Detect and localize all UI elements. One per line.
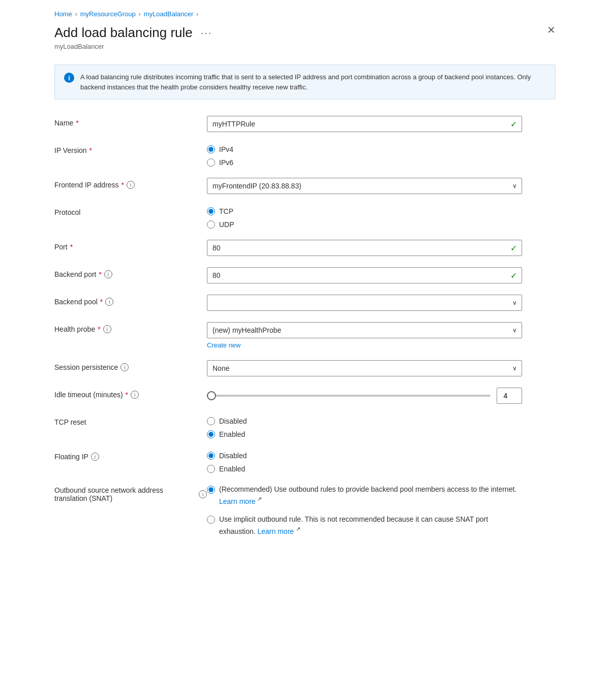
tcp-reset-enabled-radio[interactable] <box>207 430 215 438</box>
backend-pool-info-icon[interactable]: i <box>105 298 113 306</box>
session-persistence-select[interactable]: None Client IP Client IP and protocol <box>207 360 522 376</box>
name-control: ✓ <box>207 116 522 132</box>
snat-info-icon[interactable]: i <box>199 490 207 498</box>
session-persistence-label: Session persistence i <box>54 360 207 371</box>
breadcrumb-sep-3: › <box>196 11 198 18</box>
port-control: ✓ <box>207 240 522 256</box>
session-persistence-info-icon[interactable]: i <box>120 363 129 371</box>
floating-ip-info-icon[interactable]: i <box>91 453 99 461</box>
backend-port-valid-icon: ✓ <box>510 271 517 280</box>
ip-version-ipv6-option[interactable]: IPv6 <box>207 158 522 167</box>
floating-ip-disabled-label: Disabled <box>219 452 247 460</box>
breadcrumb-sep-2: › <box>139 11 141 18</box>
name-input[interactable] <box>207 116 522 132</box>
ip-version-row: IP Version * IPv4 IPv6 <box>54 143 556 167</box>
floating-ip-enabled-label: Enabled <box>219 465 245 473</box>
backend-port-row: Backend port * i ✓ <box>54 267 556 283</box>
breadcrumb-load-balancer[interactable]: myLoadBalancer <box>144 10 194 18</box>
port-row: Port * ✓ <box>54 240 556 256</box>
protocol-tcp-label: TCP <box>219 207 233 215</box>
tcp-reset-row: TCP reset Disabled Enabled <box>54 415 556 438</box>
snat-recommended-option: (Recommended) Use outbound rules to prov… <box>207 484 522 507</box>
snat-recommended-learn-more-link[interactable]: Learn more <box>219 497 256 505</box>
snat-implicit-ext-icon: ↗ <box>296 526 300 532</box>
protocol-tcp-option[interactable]: TCP <box>207 207 522 215</box>
tcp-reset-enabled-option[interactable]: Enabled <box>207 430 522 438</box>
idle-timeout-required: * <box>126 391 128 399</box>
idle-timeout-value-input[interactable] <box>497 388 522 404</box>
idle-timeout-control <box>207 388 522 404</box>
idle-timeout-slider-row <box>207 388 522 404</box>
backend-pool-row: Backend pool * i ∨ <box>54 295 556 311</box>
panel-subtitle: myLoadBalancer <box>54 43 556 50</box>
tcp-reset-radio-group: Disabled Enabled <box>207 415 522 438</box>
ip-version-ipv6-radio[interactable] <box>207 158 215 167</box>
port-label: Port * <box>54 240 207 251</box>
protocol-radio-group: TCP UDP <box>207 205 522 229</box>
health-probe-select[interactable]: (new) myHealthProbe <box>207 322 522 338</box>
tcp-reset-disabled-option[interactable]: Disabled <box>207 417 522 425</box>
breadcrumb-home[interactable]: Home <box>54 10 72 18</box>
health-probe-create-new-link[interactable]: Create new <box>207 341 240 349</box>
protocol-udp-radio[interactable] <box>207 220 215 229</box>
health-probe-select-wrapper: (new) myHealthProbe ∨ <box>207 322 522 338</box>
panel-header: Add load balancing rule ··· ✕ <box>54 25 556 41</box>
name-input-wrapper: ✓ <box>207 116 522 132</box>
idle-timeout-info-icon[interactable]: i <box>131 391 139 399</box>
backend-pool-control: ∨ <box>207 295 522 311</box>
port-required: * <box>70 243 73 251</box>
idle-timeout-label: Idle timeout (minutes) * i <box>54 388 207 399</box>
floating-ip-disabled-option[interactable]: Disabled <box>207 452 522 460</box>
backend-port-input[interactable] <box>207 267 522 283</box>
backend-pool-select[interactable] <box>207 295 522 311</box>
frontend-ip-select-wrapper: myFrontendIP (20.83.88.83) ∨ <box>207 178 522 194</box>
port-valid-icon: ✓ <box>510 243 517 253</box>
snat-implicit-learn-more-link[interactable]: Learn more <box>258 527 294 535</box>
protocol-udp-option[interactable]: UDP <box>207 220 522 229</box>
health-probe-required: * <box>98 325 100 333</box>
tcp-reset-disabled-label: Disabled <box>219 417 247 425</box>
frontend-ip-select[interactable]: myFrontendIP (20.83.88.83) <box>207 178 522 194</box>
snat-recommended-radio[interactable] <box>207 486 215 494</box>
protocol-label: Protocol <box>54 205 207 216</box>
snat-implicit-option: Use implicit outbound rule. This is not … <box>207 514 522 537</box>
snat-recommended-text: (Recommended) Use outbound rules to prov… <box>219 484 522 507</box>
ip-version-ipv4-label: IPv4 <box>219 145 233 153</box>
floating-ip-control: Disabled Enabled <box>207 450 522 473</box>
snat-recommended-ext-icon: ↗ <box>257 496 262 502</box>
idle-timeout-slider[interactable] <box>207 395 491 397</box>
close-button[interactable]: ✕ <box>547 25 556 35</box>
floating-ip-enabled-radio[interactable] <box>207 465 215 473</box>
protocol-control: TCP UDP <box>207 205 522 229</box>
port-input[interactable] <box>207 240 522 256</box>
frontend-ip-info-icon[interactable]: i <box>127 181 135 189</box>
health-probe-info-icon[interactable]: i <box>103 325 111 333</box>
backend-pool-required: * <box>100 298 103 306</box>
protocol-tcp-radio[interactable] <box>207 207 215 215</box>
health-probe-row: Health probe * i (new) myHealthProbe ∨ C… <box>54 322 556 349</box>
backend-port-control: ✓ <box>207 267 522 283</box>
frontend-ip-label: Frontend IP address * i <box>54 178 207 189</box>
backend-port-info-icon[interactable]: i <box>104 270 112 278</box>
health-probe-control: (new) myHealthProbe ∨ Create new <box>207 322 522 349</box>
ip-version-required: * <box>89 146 92 154</box>
floating-ip-label: Floating IP i <box>54 450 207 461</box>
tcp-reset-enabled-label: Enabled <box>219 430 245 438</box>
backend-port-required: * <box>99 270 102 278</box>
backend-pool-select-wrapper: ∨ <box>207 295 522 311</box>
breadcrumb: Home › myResourceGroup › myLoadBalancer … <box>54 10 556 18</box>
ip-version-ipv4-option[interactable]: IPv4 <box>207 145 522 153</box>
info-banner: i A load balancing rule distributes inco… <box>54 65 556 100</box>
snat-implicit-radio[interactable] <box>207 516 215 524</box>
frontend-ip-row: Frontend IP address * i myFrontendIP (20… <box>54 178 556 194</box>
tcp-reset-disabled-radio[interactable] <box>207 417 215 425</box>
floating-ip-disabled-radio[interactable] <box>207 452 215 460</box>
ip-version-ipv4-radio[interactable] <box>207 145 215 153</box>
session-persistence-select-wrapper: None Client IP Client IP and protocol ∨ <box>207 360 522 376</box>
more-button[interactable]: ··· <box>199 25 215 41</box>
port-input-wrapper: ✓ <box>207 240 522 256</box>
ip-version-control: IPv4 IPv6 <box>207 143 522 167</box>
breadcrumb-resource-group[interactable]: myResourceGroup <box>80 10 136 18</box>
tcp-reset-control: Disabled Enabled <box>207 415 522 438</box>
floating-ip-enabled-option[interactable]: Enabled <box>207 465 522 473</box>
